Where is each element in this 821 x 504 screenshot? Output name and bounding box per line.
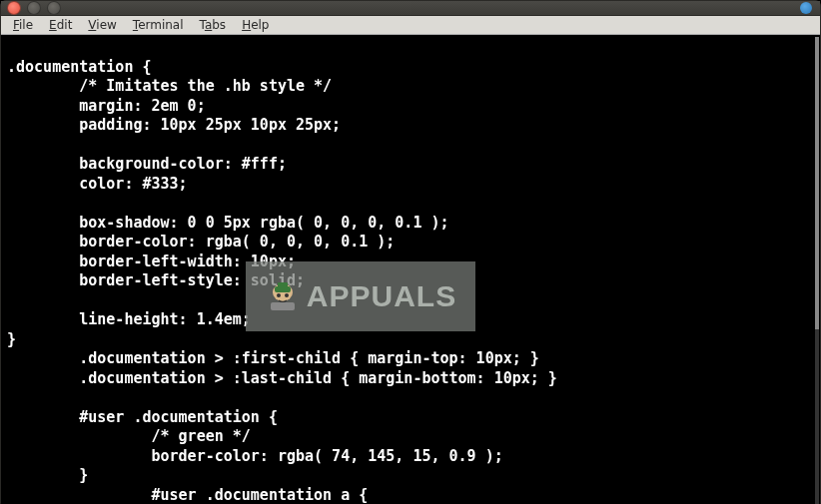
code-line: border-color: rgba( 0, 0, 0, 0.1 ); <box>7 233 395 251</box>
scrollbar-track <box>815 37 819 504</box>
maximize-button[interactable] <box>47 1 61 15</box>
scrollbar-thumb[interactable] <box>815 37 819 329</box>
menu-view[interactable]: View <box>80 16 124 34</box>
svg-point-3 <box>277 293 281 297</box>
code-line: color: #333; <box>7 175 188 193</box>
code-line: } <box>7 330 16 348</box>
code-line: border-color: rgba( 74, 145, 15, 0.9 ); <box>7 447 503 465</box>
code-line: .documentation > :first-child { margin-t… <box>7 349 539 367</box>
code-line: /* Imitates the .hb style */ <box>7 77 332 95</box>
terminal-window: File Edit View Terminal Tabs Help .docum… <box>0 0 821 504</box>
code-line: margin: 2em 0; <box>7 97 206 115</box>
svg-rect-5 <box>271 302 295 310</box>
menu-tabs[interactable]: Tabs <box>192 16 235 34</box>
minimize-button[interactable] <box>27 1 41 15</box>
window-controls <box>7 1 61 15</box>
code-line: box-shadow: 0 0 5px rgba( 0, 0, 0, 0.1 )… <box>7 214 449 232</box>
code-line: /* green */ <box>7 427 251 445</box>
svg-point-4 <box>285 293 289 297</box>
watermark-overlay: APPUALS <box>246 261 475 331</box>
menu-edit[interactable]: Edit <box>41 16 80 34</box>
code-line: .documentation { <box>7 58 152 76</box>
menu-terminal[interactable]: Terminal <box>125 16 192 34</box>
menu-file[interactable]: File <box>5 16 41 34</box>
code-line: line-height: 1.4em; <box>7 310 251 328</box>
code-line: } <box>7 466 88 484</box>
code-line: #user .documentation a { <box>7 486 368 504</box>
terminal-area[interactable]: .documentation { /* Imitates the .hb sty… <box>1 35 820 504</box>
scrollbar[interactable] <box>815 35 819 504</box>
menu-help[interactable]: Help <box>234 16 277 34</box>
code-line: background-color: #fff; <box>7 155 287 173</box>
close-button[interactable] <box>7 1 21 15</box>
watermark-text: APPUALS <box>307 279 456 313</box>
menubar: File Edit View Terminal Tabs Help <box>1 16 820 35</box>
code-line: .documentation > :last-child { margin-bo… <box>7 369 557 387</box>
watermark-mascot-icon <box>265 276 301 316</box>
titlebar-indicator-icon <box>800 2 812 14</box>
titlebar[interactable] <box>1 1 820 16</box>
svg-rect-2 <box>278 282 288 287</box>
code-line: padding: 10px 25px 10px 25px; <box>7 116 341 134</box>
code-line: #user .documentation { <box>7 408 278 426</box>
